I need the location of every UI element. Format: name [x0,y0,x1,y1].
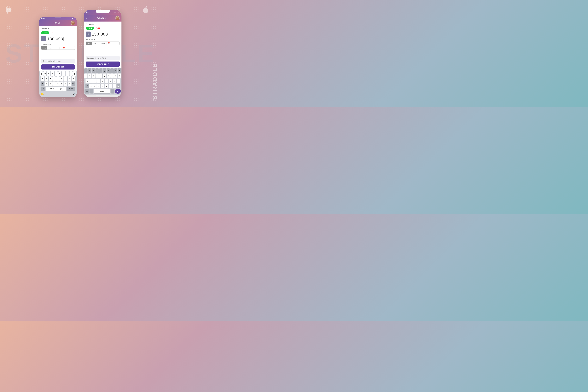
ios-key-4[interactable]: r [96,68,99,73]
ios-key-t[interactable]: 5t [99,74,102,78]
key-o[interactable]: o [70,72,73,76]
key-y[interactable]: y [58,72,62,76]
key-g[interactable]: g [56,76,60,81]
android-time-1day[interactable]: 1 day [41,46,47,50]
android-avatar[interactable] [71,21,75,25]
ios-key-0[interactable]: p [118,68,121,73]
ios-key-y[interactable]: 6y [103,74,106,78]
ios-key-h[interactable]: h [105,78,108,83]
key-dot[interactable]: . [63,86,66,91]
key-space[interactable]: space [46,86,59,91]
ios-key-x[interactable]: x [93,84,96,88]
ios-key-z[interactable]: z [90,84,93,88]
key-123[interactable]: 123 [41,86,45,91]
ios-key-o[interactable]: 9o [114,74,117,78]
android-take-button[interactable]: ↓ TAKE [51,32,56,34]
key-j[interactable]: j [64,76,68,81]
key-k[interactable]: k [68,76,71,81]
key-shift[interactable]: ⬆ [41,82,44,86]
ios-key-5[interactable]: t [99,68,102,73]
ios-key-g[interactable]: g [101,78,104,83]
ios-key-b[interactable]: b [105,84,108,88]
ios-key-123[interactable]: ?123 [84,89,90,94]
ios-key-1[interactable]: q [84,68,88,73]
ios-key-k[interactable]: k [113,78,116,83]
ios-key-e[interactable]: 3e [92,74,95,78]
ios-take-button[interactable]: ↓ TAKE [95,27,100,29]
ios-key-j[interactable]: j [109,78,112,83]
android-create-debt-button[interactable]: CREATE DEBT [41,64,75,70]
ios-key-v[interactable]: v [101,84,104,88]
ios-key-period[interactable]: . [111,89,114,94]
ios-key-d[interactable]: d [93,78,96,83]
ios-key-w[interactable]: 2w [88,74,91,78]
ios-key-9[interactable]: o [114,68,117,73]
ios-back-button[interactable]: ← [86,17,88,20]
ios-time-1week[interactable]: 1 week [92,42,99,45]
ios-key-u[interactable]: 7u [107,74,110,78]
ios-key-a[interactable]: a [86,78,89,83]
key-z[interactable]: z [45,82,48,86]
key-d[interactable]: d [48,76,52,81]
ios-key-comma[interactable]: , [90,89,93,94]
key-f[interactable]: f [52,76,56,81]
ios-key-space[interactable]: space [94,89,110,94]
mic-button[interactable]: 🎤 [72,92,76,96]
ios-key-s[interactable]: s [90,78,93,83]
ios-key-m[interactable]: m [113,84,116,88]
android-give-button[interactable]: ↑ GIVE [41,31,49,34]
ios-time-1day[interactable]: 1 day [86,42,92,45]
android-time-calendar[interactable]: 📅 [62,46,66,50]
key-v[interactable]: v [56,82,60,86]
key-backspace[interactable]: ⌫ [72,82,75,86]
ios-key-q[interactable]: 1q [84,74,88,78]
key-c[interactable]: c [52,82,56,86]
ios-key-6[interactable]: y [103,68,106,73]
ios-description-input[interactable] [86,56,120,60]
ios-give-button[interactable]: ↑ GIVE [86,26,94,30]
ios-key-7[interactable]: u [107,68,110,73]
key-m[interactable]: m [68,82,71,86]
ios-key-shift[interactable]: ⬆ [86,84,89,88]
ios-key-p[interactable]: 0p [118,74,121,78]
ios-key-i[interactable]: 8i [110,74,114,78]
key-n[interactable]: n [64,82,68,86]
android-time-1week[interactable]: 1 week [47,46,54,50]
key-r[interactable]: r [51,72,54,76]
ios-avatar[interactable] [115,16,120,20]
key-i[interactable]: i [66,72,69,76]
ios-key-r[interactable]: 4r [96,74,99,78]
ios-key-return[interactable]: ↵ [115,89,121,94]
ios-time-1month[interactable]: 1 month [99,42,107,45]
ios-currency-box[interactable]: $· [86,32,91,37]
ios-key-2[interactable]: w [88,68,91,73]
key-x[interactable]: x [48,82,52,86]
emoji-button[interactable]: 😊 [40,92,44,96]
ios-key-3[interactable]: e [92,68,95,73]
key-s[interactable]: s [45,76,48,81]
android-description-input[interactable] [41,59,75,63]
key-return[interactable]: return [67,86,75,91]
ios-key-8[interactable]: i [110,68,114,73]
key-l[interactable]: l [72,76,75,81]
key-t[interactable]: t [54,72,58,76]
key-b[interactable]: b [60,82,64,86]
ios-key-l[interactable]: l [116,78,120,83]
android-time-1month[interactable]: 1 month [54,46,62,50]
ios-create-debt-button[interactable]: CREATE DEBT [86,62,120,66]
key-q[interactable]: q [40,72,43,76]
key-w[interactable]: w [44,72,46,76]
ios-key-f[interactable]: f [97,78,100,83]
key-u[interactable]: u [62,72,65,76]
ios-time-calendar[interactable]: 📅 [107,42,111,45]
android-currency-box[interactable]: $· [41,36,46,42]
android-back-button[interactable]: ← [41,22,43,24]
key-p[interactable]: p [73,72,76,76]
ios-key-c[interactable]: c [97,84,100,88]
key-e[interactable]: e [47,72,50,76]
ios-key-n[interactable]: n [109,84,112,88]
key-a[interactable]: a [41,76,44,81]
key-h[interactable]: h [60,76,64,81]
key-at[interactable]: @ [59,86,62,91]
ios-key-backspace[interactable]: ⌫ [116,84,120,88]
